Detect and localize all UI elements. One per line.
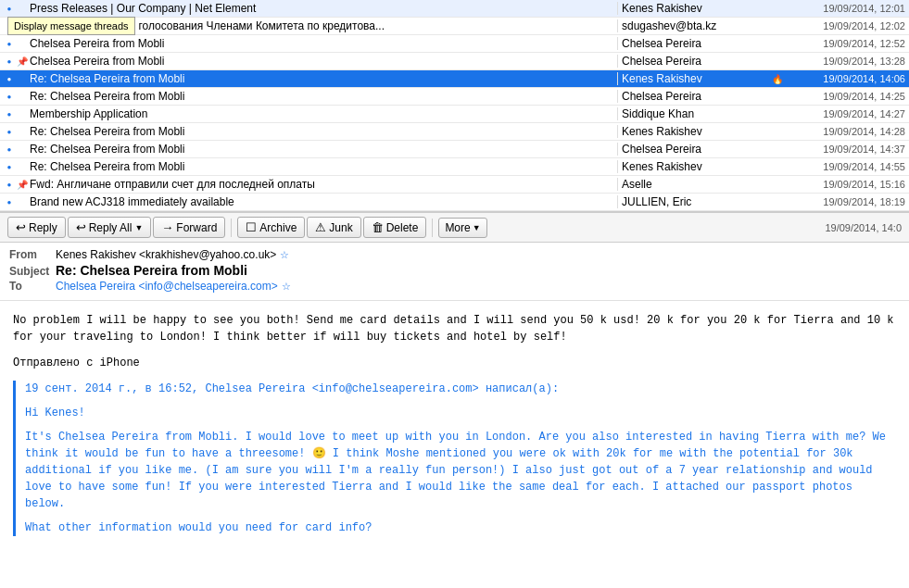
from-line: From Kenes Rakishev <krakhishev@yahoo.co… (9, 248, 900, 261)
email-row[interactable]: Бюллетень заочного голосования Членами К… (0, 18, 909, 35)
to-value[interactable]: Chelsea Pereira <info@chelseapereira.com… (56, 280, 278, 293)
email-row[interactable]: ●Chelsea Pereira from MobliChelsea Perei… (0, 35, 909, 53)
email-date: 19/09/2014, 14:06 (785, 73, 905, 84)
column-divider (617, 90, 618, 103)
email-row[interactable]: ●Re: Chelsea Pereira from MobliChelsea P… (0, 88, 909, 106)
email-sender: JULLIEN, Eric (622, 195, 770, 208)
quote-para-1: It's Chelsea Pereira from Mobli. I would… (25, 429, 896, 512)
email-sender: sdugashev@bta.kz (622, 19, 770, 32)
unread-dot-icon: ● (4, 75, 15, 83)
unread-dot-icon: ● (4, 40, 15, 48)
delete-button[interactable]: 🗑 Delete (363, 217, 427, 238)
toolbar-separator-2 (432, 219, 433, 237)
email-row[interactable]: ●Brand new ACJ318 immediately availableJ… (0, 194, 909, 211)
email-row[interactable]: ●Re: Chelsea Pereira from MobliKenes Rak… (0, 158, 909, 176)
column-divider (617, 125, 618, 138)
quoted-body: Hi Kenes! It's Chelsea Pereira from Mobl… (25, 405, 896, 536)
pin-icon: 📌 (15, 180, 30, 190)
email-sender: Kenes Rakishev (622, 125, 770, 138)
column-divider (617, 2, 618, 15)
email-sender: Kenes Rakishev (622, 160, 770, 173)
column-divider (617, 160, 618, 173)
email-row[interactable]: ●📌Fwd: Англичане отправили счет для посл… (0, 176, 909, 194)
forward-button[interactable]: → Forward (153, 217, 225, 238)
quoted-block: 19 сент. 2014 г., в 16:52, Chelsea Perei… (13, 381, 896, 536)
quote-greeting: Hi Kenes! (25, 405, 896, 421)
email-row[interactable]: ●Re: Chelsea Pereira from MobliKenes Rak… (0, 123, 909, 141)
email-header: From Kenes Rakishev <krakhishev@yahoo.co… (0, 243, 909, 301)
column-divider (617, 72, 618, 85)
reply-all-button[interactable]: ↩ Reply All ▼ (68, 217, 152, 238)
email-sender: Chelsea Pereira (622, 37, 770, 50)
subject-label: Subject (9, 265, 56, 278)
unread-dot-icon: ● (4, 198, 15, 206)
email-date: 19/09/2014, 12:01 (785, 3, 905, 14)
forward-label: Forward (176, 221, 217, 234)
email-subject: Re: Chelsea Pereira from Mobli (30, 90, 613, 103)
column-divider (617, 19, 618, 32)
column-divider (617, 107, 618, 120)
email-sender: Chelsea Pereira (622, 143, 770, 156)
email-date-time: 19/09/2014, 14:0 (825, 222, 902, 233)
email-date: 19/09/2014, 12:02 (785, 20, 905, 31)
reply-button[interactable]: ↩ Reply (7, 217, 66, 238)
reply-all-icon: ↩ (76, 220, 86, 234)
column-divider (617, 143, 618, 156)
archive-label: Archive (259, 221, 297, 234)
email-sender: Kenes Rakishev (622, 72, 770, 85)
subject-line: Subject Re: Chelsea Pereira from Mobli (9, 263, 900, 278)
archive-icon: ☐ (246, 220, 257, 234)
email-date: 19/09/2014, 13:28 (785, 56, 905, 67)
junk-button[interactable]: ⚠ Junk (307, 217, 360, 238)
from-value: Kenes Rakishev <krakhishev@yahoo.co.uk> (56, 248, 276, 261)
from-star-icon[interactable]: ☆ (280, 249, 289, 261)
email-sender: Kenes Rakishev (622, 2, 770, 15)
quoted-header: 19 сент. 2014 г., в 16:52, Chelsea Perei… (25, 381, 896, 397)
email-subject: Re: Chelsea Pereira from Mobli (30, 143, 613, 156)
email-subject: Re: Chelsea Pereira from Mobli (30, 160, 613, 173)
email-toolbar: ↩ Reply ↩ Reply All ▼ → Forward ☐ Archiv… (0, 213, 909, 243)
email-subject: Fwd: Англичане отправили счет для послед… (30, 178, 613, 191)
email-subject: Chelsea Pereira from Mobli (30, 55, 613, 68)
email-date: 19/09/2014, 14:28 (785, 126, 905, 137)
email-sender: Chelsea Pereira (622, 55, 770, 68)
email-row[interactable]: ●Membership ApplicationSiddique Khan19/0… (0, 106, 909, 123)
more-dropdown-icon: ▼ (473, 223, 481, 232)
email-date: 19/09/2014, 12:52 (785, 38, 905, 49)
email-body: No problem I will be happy to see you bo… (0, 301, 909, 555)
unread-dot-icon: ● (4, 128, 15, 136)
column-divider (617, 195, 618, 208)
to-star-icon[interactable]: ☆ (282, 281, 291, 293)
email-sender: Chelsea Pereira (622, 90, 770, 103)
tooltip: Display message threads (7, 17, 135, 35)
junk-label: Junk (329, 221, 352, 234)
email-date: 19/09/2014, 14:55 (785, 161, 905, 172)
junk-icon: ⚠ (315, 220, 326, 234)
email-subject: Brand new ACJ318 immediately available (30, 195, 613, 208)
reply-all-label: Reply All (89, 221, 133, 234)
unread-dot-icon: ● (4, 93, 15, 101)
reply-icon: ↩ (16, 220, 26, 234)
email-row[interactable]: ●Press Releases | Our Company | Net Elem… (0, 0, 909, 18)
to-line: To Chelsea Pereira <info@chelseapereira.… (9, 280, 900, 293)
to-label: To (9, 280, 56, 293)
more-button[interactable]: More ▼ (438, 218, 486, 238)
unread-dot-icon: ● (4, 163, 15, 171)
unread-dot-icon: ● (4, 110, 15, 119)
delete-icon: 🗑 (372, 220, 384, 234)
reply-label: Reply (29, 221, 57, 234)
email-date: 19/09/2014, 14:37 (785, 144, 905, 155)
email-sender: Siddique Khan (622, 107, 770, 120)
email-row[interactable]: ●Re: Chelsea Pereira from MobliChelsea P… (0, 141, 909, 158)
more-label: More (445, 221, 470, 234)
reply-all-dropdown-icon: ▼ (134, 223, 143, 232)
from-label: From (9, 248, 56, 261)
archive-button[interactable]: ☐ Archive (237, 217, 305, 238)
email-list: ●Press Releases | Our Company | Net Elem… (0, 0, 909, 212)
email-row[interactable]: ●📌Chelsea Pereira from MobliChelsea Pere… (0, 53, 909, 70)
subject-value: Re: Chelsea Pereira from Mobli (56, 263, 247, 278)
email-subject: Press Releases | Our Company | Net Eleme… (30, 2, 613, 15)
email-row[interactable]: ●Re: Chelsea Pereira from MobliKenes Rak… (0, 70, 909, 88)
body-paragraph-2: Отправлено с iPhone (13, 355, 896, 371)
column-divider (617, 55, 618, 68)
